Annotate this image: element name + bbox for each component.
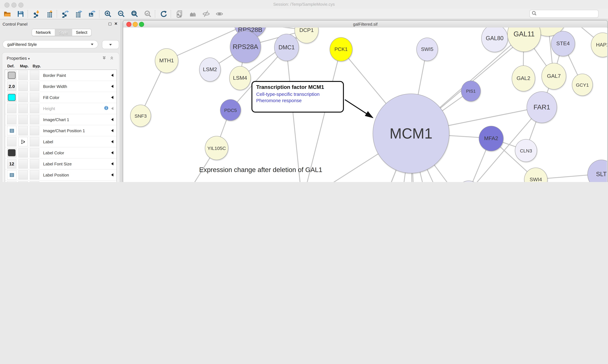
node-swi5[interactable]: SWI5 [416,38,438,61]
property-row-border-paint[interactable]: Border Paint [5,70,117,81]
import-network-icon[interactable] [31,9,42,19]
node-swi4[interactable]: SWI4 [524,168,548,182]
save-session-icon[interactable] [15,9,26,19]
expand-arrow-icon[interactable] [111,140,113,143]
node-hap2[interactable]: HAP2 [591,33,607,57]
search-icon [532,11,537,17]
color-swatch [8,94,15,101]
expand-arrow-icon[interactable] [111,96,113,99]
session-title: Session: /Temp/SampleMovie.cys [0,2,608,7]
node-dmc1[interactable]: DMC1 [274,34,299,61]
search-box[interactable] [529,10,598,18]
property-row-label-position[interactable]: Label Position [5,169,117,181]
style-options-button[interactable] [102,40,119,49]
node-mcm1[interactable]: MCM1 [373,94,449,173]
expand-all-icon[interactable] [102,56,106,61]
zoom-fit-icon[interactable] [129,9,140,19]
export-table-icon[interactable] [73,9,84,19]
network-window-titlebar[interactable]: galFiltered.sif [123,21,607,28]
app-titlebar: Session: /Temp/SampleMovie.cys [0,0,608,9]
expand-arrow-icon[interactable] [111,74,113,77]
node-mfa2[interactable]: MFA2 [479,126,503,151]
tab-style[interactable]: Style [55,29,72,36]
float-panel-icon[interactable]: ▢ [108,22,112,26]
node-pis1[interactable]: PIS1 [461,81,481,102]
export-image-icon[interactable] [87,9,97,19]
expand-arrow-icon[interactable] [111,151,113,154]
property-row-fill-color[interactable]: Fill Color [5,92,117,103]
tab-select[interactable]: Select [72,29,91,36]
network-window: galFiltered.sif RPS28BRPS28ADCP1DMC1PCK1… [123,20,608,182]
export-network-icon[interactable] [60,9,71,19]
expand-arrow-icon[interactable] [111,162,113,165]
hide-selected-icon [201,9,211,19]
expand-arrow-icon[interactable] [111,107,113,110]
node-mth1[interactable]: MTH1 [155,48,178,73]
close-panel-icon[interactable]: ✕ [114,22,117,26]
network-window-title: galFiltered.sif [123,22,607,26]
node-cln3[interactable]: CLN3 [515,139,537,162]
network-canvas[interactable]: RPS28BRPS28ADCP1DMC1PCK1SWI5GAL80GAL11ST… [123,27,607,182]
zoom-out-icon[interactable] [116,9,127,19]
refresh-icon[interactable] [158,9,169,19]
show-all-icon [214,9,225,19]
property-row-label[interactable]: Label [5,136,117,147]
node-slt2[interactable]: SLT [587,160,607,182]
tab-network[interactable]: Network [32,29,55,36]
search-input[interactable] [538,11,596,16]
color-swatch [8,149,15,156]
control-panel: Control Panel ▢ ✕ NetworkStyleSelect gal… [0,19,121,182]
expand-arrow-icon[interactable] [111,173,113,176]
node-lsm2[interactable]: LSM2 [199,58,221,82]
node-gal7[interactable]: GAL7 [541,63,566,90]
properties-list: Border Paint2.0Border WidthFill ColorHei… [5,70,117,182]
info-icon [104,105,109,111]
open-folder-icon[interactable] [2,9,13,19]
node-snf3[interactable]: SNF3 [130,105,151,127]
style-select[interactable]: galFiltered Style [2,40,98,48]
style-select-value: galFiltered Style [7,42,37,47]
expand-arrow-icon[interactable] [111,129,113,132]
property-row-image-chart-1[interactable]: Image/Chart 1 [5,114,117,125]
toolbar-separator [99,10,99,18]
property-row-border-width[interactable]: 2.0Border Width [5,81,117,92]
import-table-icon[interactable] [44,9,55,19]
color-swatch [8,72,15,79]
node-pck1[interactable]: PCK1 [330,37,352,61]
properties-header[interactable]: Properties ▾ [7,56,30,61]
node-gal80[interactable]: GAL80 [481,27,508,52]
annotation-box[interactable]: Transcription factor MCM1 Cell-type-spec… [251,81,344,113]
node-yil105c[interactable]: YIL105C [205,136,228,160]
toolbar-separator [57,10,57,18]
node-rps28a[interactable]: RPS28A [230,31,261,63]
property-row-height[interactable]: Height [5,103,117,114]
node-gal11[interactable]: GAL11 [507,27,541,52]
node-far1[interactable]: FAR1 [527,91,557,123]
property-row-label-font-size[interactable]: 12Label Font Size [5,158,117,169]
property-row-image-chart-position-1[interactable]: Image/Chart Position 1 [5,125,117,136]
toolbar-separator [171,10,171,18]
node-pdc5[interactable]: PDC5 [220,99,241,121]
properties-panel: Properties ▾ Def.Map.Byp. Border Paint2.… [2,52,119,182]
zoom-selected-icon [142,9,153,19]
node-gcy1[interactable]: GCY1 [572,74,593,96]
collapse-all-icon[interactable] [110,56,114,61]
annotation-link-2[interactable]: Pheromone response [256,98,339,103]
cytoscape-app: Session: /Temp/SampleMovie.cys Control P… [0,0,608,182]
expand-arrow-icon[interactable] [111,85,113,88]
property-row-shape[interactable]: Shape [5,181,117,182]
control-panel-title: Control Panel [2,22,28,26]
toolbar-separator [155,10,155,18]
expand-arrow-icon[interactable] [111,118,113,121]
node-cdc42[interactable]: CDC42 [457,181,480,182]
annotation-link-1[interactable]: Cell-type-specific transcription [256,91,339,97]
property-row-label-color[interactable]: Label Color [5,147,117,158]
node-dcp1[interactable]: DCP1 [294,27,318,43]
node-lsm4[interactable]: LSM4 [229,66,251,90]
chevron-down-icon [91,43,93,45]
zoom-in-icon[interactable] [103,9,113,19]
canvas-text: Expression change after deletion of GAL1 [199,166,322,174]
network-overview-icon [187,9,198,19]
node-gal2[interactable]: GAL2 [512,65,535,91]
node-ste4[interactable]: STE4 [551,31,575,56]
